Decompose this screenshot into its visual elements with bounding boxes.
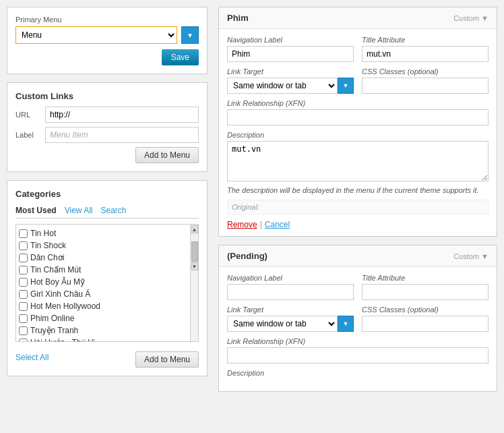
phim-custom-label[interactable]: Custom ▼ (453, 14, 489, 22)
category-label: Phim Online (30, 314, 74, 323)
save-button[interactable]: Save (162, 49, 199, 65)
scrollbar-down-arrow[interactable]: ▼ (191, 262, 198, 270)
category-checkbox-hot-boy[interactable] (19, 278, 28, 287)
phim-section-header: Phim Custom ▼ (219, 7, 497, 29)
list-item: Hài Hước - Thú Vị (19, 337, 187, 342)
phim-link-target-label: Link Target (227, 67, 354, 76)
pending-title-attr-label: Title Attribute (362, 274, 489, 282)
pending-css-classes-label: CSS Classes (optional) (362, 306, 489, 314)
category-label: Hài Hước - Thú Vị (30, 338, 95, 342)
phim-link-target-dropdown-arrow[interactable] (338, 78, 354, 94)
category-checkbox-hai-huoc[interactable] (19, 339, 28, 343)
list-item: Phim Online (19, 312, 187, 324)
category-label: Tin Chấm Mút (30, 265, 81, 275)
phim-link-target-select[interactable]: Same window or tab New window or tab (227, 78, 338, 94)
categories-list: Tin Hot Tin Shock Dân Chơi Tin Chấm Mút (15, 224, 191, 342)
categories-title: Categories (15, 189, 199, 199)
category-label: Dân Chơi (30, 253, 64, 262)
list-item: Hot Boy Âu Mỹ (19, 276, 187, 288)
phim-css-classes-input[interactable] (362, 78, 489, 94)
category-checkbox-tin-hot[interactable] (19, 229, 28, 238)
tab-most-used[interactable]: Most Used (15, 204, 62, 218)
category-label: Tin Hot (30, 229, 56, 238)
category-checkbox-dan-choi[interactable] (19, 254, 28, 262)
label-input[interactable] (45, 127, 199, 143)
category-checkbox-truyen-tranh[interactable] (19, 326, 28, 335)
pending-xfn-input[interactable] (227, 347, 489, 364)
phim-remove-link[interactable]: Remove (227, 220, 257, 229)
pending-link-target-dropdown-arrow[interactable] (338, 316, 354, 332)
phim-title-attr-input[interactable] (362, 46, 489, 62)
scrollbar-up-arrow[interactable]: ▲ (191, 225, 198, 233)
pending-section: (Pending) Custom ▼ Navigation Label Titl… (218, 245, 497, 392)
pending-nav-label-label: Navigation Label (227, 274, 354, 282)
pending-xfn-label: Link Relationship (XFN) (227, 337, 489, 345)
action-sep: | (260, 220, 262, 229)
phim-cancel-link[interactable]: Cancel (265, 220, 290, 229)
phim-title: Phim (227, 13, 249, 23)
category-label: Girl Xinh Châu Á (30, 289, 90, 299)
custom-links-add-to-menu-button[interactable]: Add to Menu (135, 147, 199, 163)
pending-description-label: Description (227, 369, 489, 377)
categories-add-to-menu-button[interactable]: Add to Menu (135, 351, 199, 368)
list-item: Girl Xinh Châu Á (19, 288, 187, 300)
phim-title-attr-label: Title Attribute (362, 36, 489, 44)
scrollbar-thumb[interactable] (191, 241, 198, 262)
phim-description-hint: The description will be displayed in the… (227, 186, 489, 194)
pending-title: (Pending) (227, 251, 267, 261)
list-item: Tin Shock (19, 239, 187, 252)
list-item: Hot Men Hollywood (19, 300, 187, 312)
list-item: Truyện Tranh (19, 324, 187, 337)
select-all-link[interactable]: Select All (15, 353, 49, 362)
category-checkbox-hot-men[interactable] (19, 302, 28, 311)
pending-link-target-label: Link Target (227, 306, 354, 314)
categories-scrollbar[interactable]: ▲ ▼ (191, 224, 199, 342)
category-label: Hot Boy Âu Mỹ (30, 277, 85, 287)
pending-custom-label[interactable]: Custom ▼ (453, 252, 489, 260)
url-label: URL (15, 111, 41, 119)
category-checkbox-phim-online[interactable] (19, 314, 28, 323)
phim-original-label: Original: (227, 200, 489, 214)
category-label: Hot Men Hollywood (30, 301, 100, 311)
phim-xfn-input[interactable] (227, 109, 489, 125)
category-label: Truyện Tranh (30, 326, 78, 335)
phim-nav-label-label: Navigation Label (227, 36, 354, 44)
custom-links-title: Custom Links (15, 91, 199, 101)
pending-link-target-select[interactable]: Same window or tab New window or tab (227, 316, 338, 332)
phim-section: Phim Custom ▼ Navigation Label Title Att… (218, 7, 497, 237)
phim-nav-label-input[interactable] (227, 46, 354, 62)
category-checkbox-tin-cham-mut[interactable] (19, 266, 28, 275)
primary-menu-select[interactable]: Menu (15, 26, 177, 44)
list-item: Tin Chấm Mút (19, 264, 187, 276)
categories-tabs: Most Used View All Search (15, 204, 199, 219)
phim-css-classes-label: CSS Classes (optional) (362, 67, 489, 76)
category-label: Tin Shock (30, 241, 66, 250)
list-item: Dân Chơi (19, 252, 187, 264)
pending-nav-label-input[interactable] (227, 284, 354, 300)
category-checkbox-tin-shock[interactable] (19, 241, 28, 250)
pending-css-classes-input[interactable] (362, 316, 489, 332)
label-label: Label (15, 131, 41, 139)
list-item: Tin Hot (19, 227, 187, 239)
primary-menu-label: Primary Menu (15, 16, 199, 24)
tab-search[interactable]: Search (101, 204, 132, 218)
primary-menu-dropdown-arrow[interactable] (181, 26, 199, 44)
phim-xfn-label: Link Relationship (XFN) (227, 99, 489, 107)
category-checkbox-girl-xinh[interactable] (19, 290, 28, 299)
phim-description-label: Description (227, 131, 489, 139)
pending-section-header: (Pending) Custom ▼ (219, 246, 497, 267)
phim-description-textarea[interactable]: mut.vn (227, 141, 489, 181)
tab-view-all[interactable]: View All (65, 204, 98, 218)
url-input[interactable] (45, 107, 199, 123)
pending-title-attr-input[interactable] (362, 284, 489, 300)
